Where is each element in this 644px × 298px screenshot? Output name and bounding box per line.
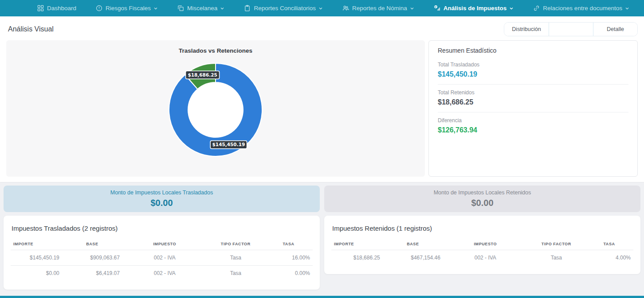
table-title: Impuestos Retenidos (1 registros): [331, 223, 633, 238]
column-header: IMPUESTO: [122, 238, 207, 250]
column-header: IMPORTE: [11, 238, 62, 250]
detalle-button[interactable]: Detalle: [593, 23, 637, 36]
cell-impuesto: 002 - IVA: [122, 250, 207, 266]
nav-item-reportes-conciliatorios[interactable]: Reportes Conciliatorios: [244, 5, 323, 12]
nav-item-riesgos-fiscales[interactable]: Riesgos Fiscales: [96, 5, 158, 12]
summary-title: Resumen Estadístico: [438, 47, 628, 54]
stat-total-retenidos: Total Retenidos $18,686.25: [438, 85, 628, 112]
cell-tipo-factor: Tasa: [528, 250, 585, 266]
cell-tasa: 0.00%: [264, 266, 313, 281]
middle-view-button[interactable]: [549, 23, 593, 36]
clipboard-icon: [244, 5, 251, 12]
retenidos-table-card: Impuestos Retenidos (1 registros) IMPORT…: [324, 216, 640, 274]
cell-tasa: 16.00%: [264, 250, 313, 266]
column-header: TASA: [264, 238, 313, 250]
users-icon: [342, 5, 349, 12]
cell-base: $467,154.46: [383, 250, 443, 266]
cell-base: $909,063.67: [62, 250, 122, 266]
nav-item-label: Riesgos Fiscales: [106, 5, 151, 12]
stat-diferencia: Diferencia $126,763.94: [438, 112, 628, 140]
cell-impuesto: 002 - IVA: [122, 266, 207, 281]
table-row: $0.00 $6,419.07 002 - IVA Tasa 0.00%: [11, 266, 313, 281]
column-header: BASE: [62, 238, 122, 250]
view-switcher: Distribución Detalle: [504, 22, 638, 36]
nav-item-miscelanea[interactable]: Miscelanea: [177, 5, 224, 12]
stat-value: $126,763.94: [438, 126, 628, 134]
band-label: Monto de Impuestos Locales Retenidos: [434, 190, 531, 196]
chevron-down-icon: [318, 6, 323, 11]
analysis-panel: Análisis Visual Distribución Detalle Tra…: [0, 16, 644, 182]
distribucion-button[interactable]: Distribución: [504, 23, 549, 36]
stat-label: Total Trasladados: [438, 62, 628, 68]
screen: Dashboard Riesgos Fiscales Miscelanea: [0, 0, 644, 298]
tax-tables: Impuestos Trasladados (2 registros) IMPO…: [4, 216, 640, 290]
nav-item-label: Miscelanea: [187, 5, 217, 12]
nav-item-label: Relaciones entre documentos: [543, 5, 622, 12]
bottom-accent-bar: [0, 296, 644, 298]
donut-chart: $145,450.19$18,686.25: [162, 57, 269, 163]
cell-importe: $18,686.25: [331, 250, 383, 266]
cell-importe: $0.00: [11, 266, 62, 281]
table-title: Impuestos Trasladados (2 registros): [11, 223, 313, 238]
nav-item-dashboard[interactable]: Dashboard: [37, 5, 76, 12]
table-header-row: IMPORTE BASE IMPUESTO TIPO FACTOR TASA: [11, 238, 313, 250]
chevron-down-icon: [509, 6, 514, 11]
column-header: IMPORTE: [331, 238, 383, 250]
cell-impuesto: 002 - IVA: [443, 250, 528, 266]
nav-item-label: Reportes Conciliatorios: [254, 5, 316, 12]
chevron-down-icon: [625, 6, 629, 11]
trasladados-table-card: Impuestos Trasladados (2 registros) IMPO…: [4, 216, 320, 290]
retenidos-table: IMPORTE BASE IMPUESTO TIPO FACTOR TASA $…: [331, 238, 633, 265]
nav-item-reportes-nomina[interactable]: Reportes de Nómina: [342, 5, 414, 12]
cell-tasa: 4.00%: [585, 250, 633, 266]
nav-item-label: Dashboard: [47, 5, 76, 12]
table-row: $145,450.19 $909,063.67 002 - IVA Tasa 1…: [11, 250, 313, 266]
band-value: $0.00: [150, 198, 173, 208]
chart-title: Traslados vs Retenciones: [179, 47, 252, 54]
table-row: $18,686.25 $467,154.46 002 - IVA Tasa 4.…: [331, 250, 633, 266]
top-nav: Dashboard Riesgos Fiscales Miscelanea: [0, 0, 644, 16]
chart-meter-icon: [434, 5, 440, 12]
trasladados-table: IMPORTE BASE IMPUESTO TIPO FACTOR TASA $…: [11, 238, 313, 281]
table-header-row: IMPORTE BASE IMPUESTO TIPO FACTOR TASA: [331, 238, 633, 250]
page-title: Análisis Visual: [8, 25, 54, 33]
stat-value: $145,450.19: [438, 70, 628, 78]
stat-label: Total Retenidos: [438, 89, 628, 96]
nav-item-relaciones-documentos[interactable]: Relaciones entre documentos: [533, 5, 629, 12]
chevron-down-icon: [220, 6, 224, 11]
column-header: BASE: [383, 238, 443, 250]
cell-tipo-factor: Tasa: [207, 250, 264, 266]
chevron-down-icon: [153, 6, 158, 11]
column-header: TIPO FACTOR: [207, 238, 264, 250]
band-locales-trasladados: Monto de Impuestos Locales Trasladados $…: [4, 186, 320, 212]
stat-label: Diferencia: [438, 117, 628, 124]
locales-bands: Monto de Impuestos Locales Trasladados $…: [4, 186, 640, 212]
band-value: $0.00: [471, 198, 493, 208]
donut-chart-card: Traslados vs Retenciones $145,450.19$18,…: [6, 40, 425, 177]
nav-item-label: Análisis de Impuestos: [444, 5, 507, 12]
nav-item-label: Reportes de Nómina: [352, 5, 407, 12]
svg-text:$145,450.19: $145,450.19: [212, 142, 245, 147]
link-icon: [533, 5, 540, 12]
stat-value: $18,686.25: [438, 98, 628, 106]
alert-circle-icon: [96, 5, 102, 12]
chevron-down-icon: [410, 6, 414, 11]
svg-text:$18,686.25: $18,686.25: [188, 72, 217, 77]
cell-base: $6,419.07: [62, 266, 122, 281]
band-locales-retenidos: Monto de Impuestos Locales Retenidos $0.…: [324, 186, 640, 212]
stat-total-trasladados: Total Trasladados $145,450.19: [438, 57, 628, 85]
nav-item-analisis-impuestos[interactable]: Análisis de Impuestos: [434, 5, 514, 12]
column-header: IMPUESTO: [443, 238, 528, 250]
summary-panel: Resumen Estadístico Total Trasladados $1…: [428, 40, 638, 177]
cell-tipo-factor: Tasa: [207, 266, 264, 281]
band-label: Monto de Impuestos Locales Trasladados: [110, 190, 213, 196]
column-header: TASA: [585, 238, 633, 250]
copy-icon: [177, 5, 184, 12]
cell-importe: $145,450.19: [11, 250, 62, 266]
column-header: TIPO FACTOR: [528, 238, 585, 250]
dashboard-grid-icon: [37, 5, 44, 12]
